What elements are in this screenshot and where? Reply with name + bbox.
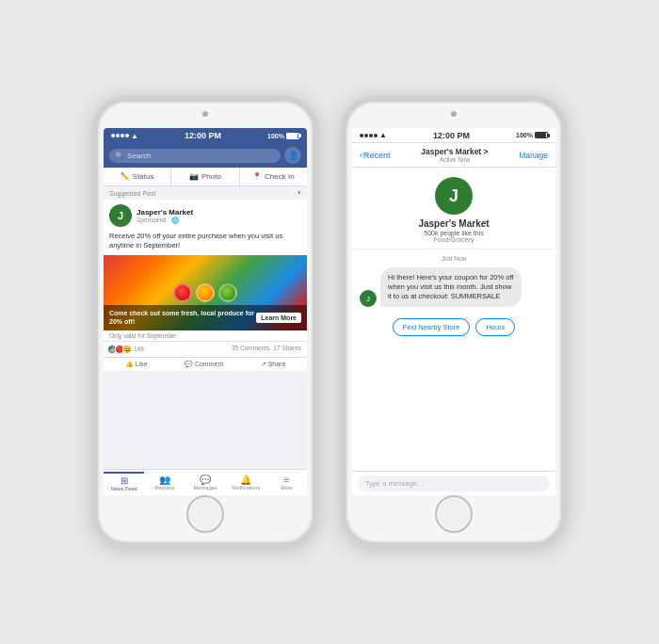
msg-time-label: Just Now: [360, 255, 548, 262]
msg-back-button[interactable]: ‹ Recent: [360, 151, 391, 160]
post-page-name: Jasper's Market: [137, 208, 301, 217]
msg-signal-dot-4: [374, 134, 378, 137]
share-button[interactable]: ↗ Share: [261, 361, 286, 368]
msg-profile-name: Jasper's Market: [418, 218, 489, 229]
msg-battery-text: 100%: [516, 132, 533, 138]
messenger-screen: ▲ 12:00 PM 100% ‹ Recent Jasper's Market: [352, 128, 555, 495]
fb-actions-bar: ✏️ Status 📷 Photo 📍 Check In: [104, 168, 307, 186]
signal-dot-4: [125, 134, 129, 137]
comment-label: Comment: [195, 361, 223, 367]
fruit-green: [218, 283, 237, 302]
like-button[interactable]: 👍 Like: [125, 361, 148, 368]
signal-dots: [111, 134, 129, 137]
msg-bubble: Hi there! Here's your coupon for 20% off…: [380, 267, 522, 307]
request-icon: 👥: [159, 475, 170, 485]
photo-icon: 📷: [189, 172, 199, 181]
newsfeed-icon: ⊞: [121, 475, 128, 486]
post-image-overlay: Come check out some fresh, local produce…: [104, 305, 307, 330]
post-body: Receive 20% off your entire purchase whe…: [104, 232, 307, 255]
reactions-count: 148: [134, 346, 144, 352]
comments-count: 35 Comments: [232, 345, 269, 354]
battery-text: 100%: [267, 133, 284, 139]
fb-bottom-nav: ⊞ News Feed 👥 Request 💬 Messages 🔔 Notif…: [104, 469, 307, 495]
msg-profile-likes: 500k people like this: [424, 230, 483, 236]
comment-icon: 💬: [185, 361, 193, 368]
msg-active-status: Active Now: [394, 156, 516, 163]
photo-label: Photo: [201, 172, 221, 181]
fruit-red: [173, 283, 192, 302]
msg-signal-dot-3: [369, 134, 373, 137]
shares-count: 17 Shares: [273, 345, 301, 354]
msg-bubble-avatar: J: [360, 290, 377, 307]
more-label: More: [281, 485, 293, 491]
status-button[interactable]: ✏️ Status: [104, 168, 171, 185]
post-image-caption: Come check out some fresh, local produce…: [109, 309, 256, 326]
comment-button[interactable]: 💬 Comment: [185, 361, 223, 368]
learn-more-button[interactable]: Learn More: [256, 313, 301, 323]
post-card: J Jasper's Market Sponsored · 🌐 Receive …: [104, 200, 307, 371]
checkin-label: Check In: [265, 172, 295, 181]
msg-profile-section: J Jasper's Market 500k people like this …: [352, 168, 555, 250]
post-image: Come check out some fresh, local produce…: [104, 255, 307, 330]
facebook-phone: ▲ 12:00 PM 100% 🔍 Search 👤: [92, 96, 318, 548]
find-nearby-store-button[interactable]: Find Nearby Store: [393, 318, 471, 336]
msg-chat-area: Just Now J Hi there! Here's your coupon …: [352, 250, 555, 471]
signal-dot-1: [111, 134, 115, 137]
signal-dot-3: [121, 134, 124, 137]
nav-notifications[interactable]: 🔔 Notifications: [226, 472, 266, 493]
dropdown-icon: ▾: [297, 189, 301, 197]
nav-messages[interactable]: 💬 Messages: [185, 472, 225, 493]
status-label: Status: [133, 172, 154, 181]
msg-battery-icon: [535, 132, 548, 138]
more-icon: ≡: [283, 475, 289, 485]
msg-time: 12:00 PM: [433, 131, 470, 140]
messages-label: Messages: [193, 485, 217, 491]
battery-icon: [286, 133, 299, 139]
battery-fill: [287, 134, 297, 138]
fruit-orange: [196, 283, 215, 302]
globe-icon: 🌐: [171, 217, 179, 224]
msg-quick-replies: Find Nearby Store Hours: [360, 318, 548, 336]
fb-status-bar: ▲ 12:00 PM 100%: [104, 128, 307, 143]
checkin-icon: 📍: [252, 172, 262, 181]
photo-button[interactable]: 📷 Photo: [171, 168, 239, 185]
fb-battery: 100%: [267, 133, 299, 139]
msg-navbar: ‹ Recent Jasper's Market > Active Now Ma…: [352, 143, 555, 168]
msg-signal-dots: [360, 134, 378, 137]
post-reactions-bar: 👍 ❤️ 😆 148 35 Comments 17 Shares: [104, 341, 307, 358]
nav-request[interactable]: 👥 Request: [144, 472, 185, 493]
msg-input-field[interactable]: Type a message...: [358, 475, 550, 491]
fb-user-icon[interactable]: 👤: [284, 147, 301, 164]
suggested-label: Suggested Post: [109, 190, 155, 197]
checkin-button[interactable]: 📍 Check In: [240, 168, 307, 185]
fb-feed: Suggested Post ▾ J Jasper's Market Spons…: [104, 186, 307, 469]
msg-bubble-row: J Hi there! Here's your coupon for 20% o…: [360, 267, 548, 307]
msg-status-bar: ▲ 12:00 PM 100%: [352, 128, 555, 143]
post-actions: 👍 Like 💬 Comment ↗ Share: [104, 358, 307, 371]
reactions-left: 👍 ❤️ 😆 148: [109, 345, 144, 354]
nav-newsfeed[interactable]: ⊞ News Feed: [104, 472, 144, 493]
fb-search-bar[interactable]: 🔍 Search: [109, 149, 281, 163]
msg-profile-category: Food/Grocery: [434, 236, 474, 243]
reaction-icons: 👍 ❤️ 😆: [109, 345, 132, 354]
facebook-screen: ▲ 12:00 PM 100% 🔍 Search 👤: [104, 128, 307, 495]
msg-profile-avatar: J: [435, 177, 473, 215]
msg-battery: 100%: [516, 132, 548, 138]
msg-status-left: ▲: [360, 131, 387, 139]
signal-dot-2: [116, 134, 120, 137]
share-label: Share: [268, 361, 286, 367]
nav-more[interactable]: ≡ More: [266, 472, 307, 493]
msg-center: Jasper's Market > Active Now: [394, 147, 516, 163]
notifications-label: Notifications: [232, 485, 260, 491]
haha-reaction: 😆: [122, 345, 132, 354]
search-placeholder: Search: [127, 152, 151, 160]
sponsored-text: Sponsored ·: [137, 217, 169, 223]
msg-manage-button[interactable]: Manage: [519, 151, 548, 160]
post-only-valid: Only valid for September: [104, 330, 307, 341]
phones-container: ▲ 12:00 PM 100% 🔍 Search 👤: [73, 77, 586, 567]
msg-wifi-icon: ▲: [379, 131, 387, 139]
msg-signal-dot-2: [364, 134, 368, 137]
hours-button[interactable]: Hours: [475, 318, 515, 336]
wifi-icon: ▲: [131, 132, 138, 140]
fb-navbar: 🔍 Search 👤: [104, 143, 307, 168]
